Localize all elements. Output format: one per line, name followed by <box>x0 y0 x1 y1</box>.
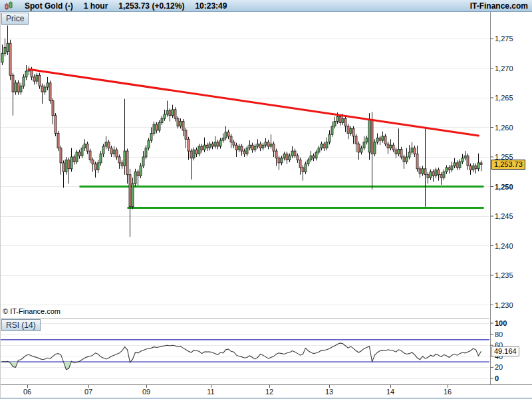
candle-body <box>39 75 41 86</box>
candle-body <box>145 148 147 157</box>
candle-body <box>185 130 187 139</box>
candle-body <box>387 144 389 148</box>
candle-body <box>299 160 301 168</box>
candle-body <box>116 150 118 157</box>
support-lines-layer <box>80 187 484 208</box>
rsi-axis-tick-label: 20 <box>495 363 503 371</box>
x-axis-tick-label: 11 <box>202 388 219 396</box>
timeframe-label: 1 hour <box>84 1 108 11</box>
candle-body <box>63 163 65 172</box>
candle-body <box>164 114 166 118</box>
tab-price[interactable]: Price <box>1 13 29 25</box>
price-axis-tick-label: 1,250 <box>495 183 513 191</box>
candle-body <box>142 157 144 166</box>
candle-body <box>201 146 203 150</box>
candle-body <box>414 148 416 154</box>
candle-body <box>281 158 283 163</box>
candle-body <box>251 145 253 150</box>
candle-body <box>219 140 221 146</box>
candle-body <box>467 156 469 166</box>
candle-body <box>475 166 477 168</box>
clock-label: 10:23:49 <box>195 1 227 11</box>
price-axis-tick-label: 1,245 <box>495 212 513 220</box>
candle-body <box>47 83 49 87</box>
candle-body <box>233 142 235 145</box>
candle-body <box>25 71 27 77</box>
candle-body <box>241 146 243 151</box>
candle-body <box>419 169 421 174</box>
candle-body <box>105 142 107 146</box>
price-axis-tick-label: 1,265 <box>495 94 513 102</box>
candle-body <box>283 154 285 158</box>
tab-rsi[interactable]: RSI (14) <box>1 319 41 331</box>
candle-body <box>297 156 299 160</box>
candle-body <box>246 148 248 154</box>
candle-body <box>310 156 312 160</box>
candle-body <box>193 150 195 158</box>
candle-body <box>259 144 261 148</box>
candle-body <box>108 142 110 148</box>
copyright-label: © IT-Finance.com <box>3 307 61 315</box>
candle-body <box>321 144 323 148</box>
candle-body <box>392 145 394 150</box>
candle-body <box>68 160 70 168</box>
window-left-edge <box>0 12 1 398</box>
candle-body <box>464 156 466 158</box>
candle-body <box>480 163 482 164</box>
candle-body <box>211 144 213 146</box>
candle-body <box>342 118 344 122</box>
candle-body <box>318 148 320 152</box>
candle-body <box>124 151 126 166</box>
candle-body <box>89 151 91 160</box>
candle-body <box>206 145 208 148</box>
candle-body <box>443 172 445 178</box>
candle-body <box>462 158 464 162</box>
candle-body <box>118 157 120 163</box>
last-price-text: 1,253.73 <box>118 1 150 11</box>
candle-body <box>355 136 357 144</box>
candle-body <box>70 157 72 169</box>
candle-body <box>435 170 437 176</box>
candle-body <box>1 53 3 62</box>
price-and-rsi-chart-canvas[interactable] <box>0 0 532 399</box>
x-axis-tick-label: 16 <box>439 388 456 396</box>
candle-body <box>203 145 205 150</box>
candle-body <box>459 162 461 168</box>
candle-body <box>137 172 139 176</box>
candle-body <box>158 122 160 130</box>
candle-body <box>278 158 280 163</box>
price-axis-tick-label: 1,260 <box>495 124 513 132</box>
candle-body <box>225 132 227 138</box>
candle-body <box>84 144 86 148</box>
candle-body <box>368 120 370 152</box>
candle-body <box>180 122 182 126</box>
candle-body <box>76 152 78 162</box>
candle-body <box>408 152 410 157</box>
candle-body <box>360 148 362 152</box>
candle-body <box>81 148 83 156</box>
candle-body <box>73 157 75 162</box>
candle-body <box>382 136 384 140</box>
candle-body <box>358 144 360 152</box>
candle-body <box>17 83 19 92</box>
candle-body <box>406 157 408 162</box>
candle-body <box>331 126 333 134</box>
candle-body <box>469 166 471 170</box>
candle-body <box>55 116 57 134</box>
candle-body <box>92 160 94 164</box>
candle-body <box>448 168 450 170</box>
candle-body <box>169 111 171 116</box>
candle-body <box>52 100 54 115</box>
candle-body <box>44 87 46 92</box>
candle-body <box>227 132 229 136</box>
candle-body <box>140 166 142 176</box>
candle-body <box>257 144 259 146</box>
x-axis-tick-label: 07 <box>80 388 97 396</box>
candle-body <box>7 43 9 51</box>
candle-body <box>400 149 402 157</box>
candle-body <box>422 169 424 174</box>
chart-window: Spot Gold (-) 1 hour 1,253.73 (+0.12%) 1… <box>0 0 532 399</box>
candle-body <box>174 110 176 118</box>
candle-body <box>150 133 152 140</box>
price-axis-tick-label: 1,240 <box>495 242 513 250</box>
